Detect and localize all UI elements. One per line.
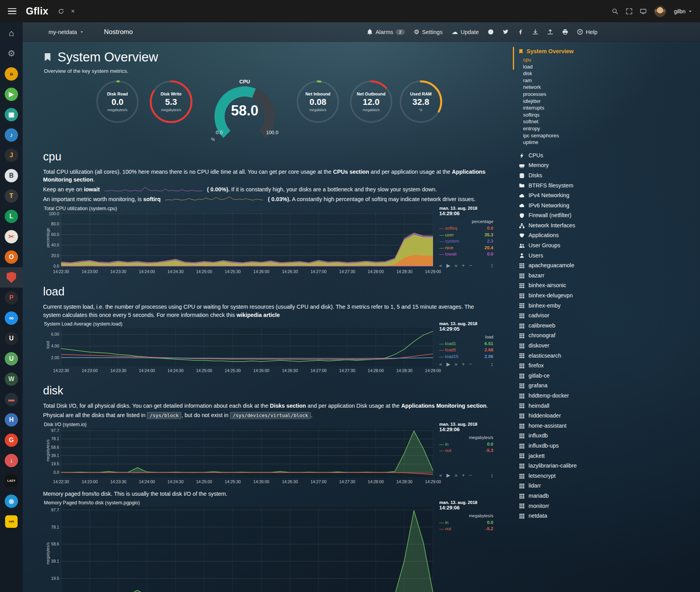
toc-app-diskover[interactable]: diskover — [518, 341, 691, 351]
legend-out[interactable]: — out-5.3 — [439, 447, 493, 454]
sidebar-app-ombi[interactable]: O — [0, 247, 23, 267]
pan-right-button[interactable]: » — [455, 361, 457, 367]
help-button[interactable]: ? Help — [577, 29, 597, 35]
pan-left-button[interactable]: « — [439, 361, 442, 367]
legend-system[interactable]: — system2.3 — [439, 238, 493, 245]
sidebar-app-netdata[interactable] — [0, 267, 23, 288]
menu-button[interactable] — [8, 8, 16, 14]
twitter-button[interactable] — [503, 29, 509, 35]
toc-app-netdata[interactable]: netdata — [518, 511, 691, 521]
gauge-disk-write[interactable]: Disk Write5.3megabytes/s — [146, 79, 196, 125]
toc-app-jackett[interactable]: jackett — [518, 451, 691, 461]
sidebar-app-jackett[interactable]: J — [0, 145, 23, 166]
toc-section-applications[interactable]: Applications — [518, 230, 691, 241]
gauge-net-outbound[interactable]: Net Outbound12.0megabits/s — [346, 79, 396, 125]
zoom-in-button[interactable]: + — [462, 472, 465, 478]
legend-nice[interactable]: — nice20.4 — [439, 245, 493, 251]
toc-subitem-interrupts[interactable]: interrupts — [518, 104, 691, 112]
toc-section-btrfs-filesystem[interactable]: BTRFS filesystem — [518, 181, 691, 191]
sidebar-app-airsonic[interactable]: ♪ — [0, 125, 23, 145]
pgpgio-plot-area[interactable]: 0.019.539.158.678.197.714:22:3014:23:001… — [43, 507, 435, 592]
sidebar-app-docker-apps[interactable]: ▦ — [0, 104, 23, 125]
toc-subitem-ram[interactable]: ram — [518, 77, 691, 84]
resize-handle[interactable]: ↕ — [491, 361, 493, 367]
toc-app-chronograf[interactable]: chronograf — [518, 331, 691, 341]
gauge-cpu[interactable]: CPU58.00.0100.0% — [200, 79, 290, 144]
sidebar-app-resilio-sync[interactable]: ∞ — [0, 308, 23, 328]
zoom-in-button[interactable]: + — [462, 361, 465, 367]
legend-load1[interactable]: — load16.51 — [439, 340, 493, 347]
toc-subitem-softnet[interactable]: softnet — [518, 118, 691, 125]
toc-app-grafana[interactable]: grafana — [518, 381, 691, 391]
export-button[interactable] — [547, 29, 553, 35]
zoom-out-button[interactable]: − — [469, 472, 472, 478]
user-menu[interactable]: gilbn — [674, 8, 692, 14]
legend-user[interactable]: — user35.3 — [439, 232, 493, 238]
toc-app-calibreweb[interactable]: calibreweb — [518, 321, 691, 331]
toc-section-disks[interactable]: Disks — [518, 171, 691, 181]
toc-section-firewall-netfilter-[interactable]: Firewall (netfilter) — [518, 211, 691, 221]
sidebar-app-unraid[interactable]: U — [0, 328, 23, 349]
toc-subitem-network[interactable]: network — [518, 84, 691, 91]
zoom-out-button[interactable]: − — [469, 361, 472, 367]
toc-section-cpus[interactable]: CPUs — [518, 151, 691, 161]
gauge-used-ram[interactable]: Used RAM32.8% — [396, 79, 446, 125]
toc-section-network-interfaces[interactable]: Network Interfaces — [518, 221, 691, 231]
sidebar-app-bazarr[interactable]: B — [0, 166, 23, 186]
toc-app-binhex-delugevpn[interactable]: binhex-delugevpn — [518, 291, 691, 301]
toc-subitem-idlejitter[interactable]: idlejitter — [518, 98, 691, 105]
zoom-out-button[interactable]: − — [469, 263, 472, 268]
toc-subitem-softirqs[interactable]: softirqs — [518, 112, 691, 119]
toc-section-memory[interactable]: Memory — [518, 160, 691, 171]
toc-app-heimdall[interactable]: heimdall — [518, 401, 691, 411]
toc-app-binhex-airsonic[interactable]: binhex-airsonic — [518, 281, 691, 291]
toc-app-influxdb[interactable]: influxdb — [518, 431, 691, 441]
toc-app-home-assistant[interactable]: home-assistant — [518, 421, 691, 431]
toc-section-ipv6-networking[interactable]: IPv6 Networking — [518, 201, 691, 211]
zoom-in-button[interactable]: + — [462, 263, 465, 268]
disk-chart[interactable]: Disk I/O (system.io)megabytes/s0.019.539… — [43, 422, 493, 486]
toc-app-cadvisor[interactable]: cadvisor — [518, 311, 691, 321]
sidebar-app-lazylibrarian[interactable]: LAZY — [0, 471, 23, 491]
hostname[interactable]: Nostromo — [104, 28, 133, 36]
search-icon[interactable] — [612, 8, 618, 14]
play-button[interactable]: ▶ — [446, 361, 450, 367]
sidebar-app-ubooquity[interactable]: U — [0, 349, 23, 369]
sidebar-app-webtools[interactable]: W — [0, 369, 23, 389]
monitor-icon[interactable] — [640, 8, 646, 14]
load-plot-area[interactable]: 2.004.006.0014:22:3014:23:0014:23:3014:2… — [43, 328, 435, 375]
pan-right-button[interactable]: » — [455, 472, 457, 478]
toc-section-user-groups[interactable]: User Groups — [518, 241, 691, 251]
toc-subitem-cpu[interactable]: cpu — [518, 56, 691, 63]
settings-button[interactable]: ⚙ Settings — [414, 29, 443, 35]
legend-load5[interactable]: — load52.68 — [439, 347, 493, 353]
toc-section-system-overview[interactable]: System Overview — [518, 48, 691, 54]
sidebar-app-download-app[interactable]: ↓ — [0, 450, 23, 471]
toc-subitem-load[interactable]: load — [518, 63, 691, 70]
import-button[interactable] — [532, 29, 538, 35]
sidebar-app-sabnzbd[interactable]: sab — [0, 511, 23, 532]
update-button[interactable]: ☁ Update — [451, 29, 479, 35]
fullscreen-icon[interactable] — [626, 8, 632, 14]
legend-softirq[interactable]: — softirq0.0 — [439, 225, 493, 232]
toc-app-elasticsearch[interactable]: elasticsearch — [518, 351, 691, 361]
legend-in[interactable]: — in0.0 — [439, 441, 493, 448]
toc-subitem-uptime[interactable]: uptime — [518, 139, 691, 146]
toc-subitem-processes[interactable]: processes — [518, 91, 691, 98]
facebook-button[interactable] — [518, 29, 523, 35]
toc-app-mariadb[interactable]: mariadb — [518, 491, 691, 501]
toc-app-lazylibrarian-calibre[interactable]: lazylibrarian-calibre — [518, 461, 691, 471]
toc-subitem-entropy[interactable]: entropy — [518, 125, 691, 132]
refresh-icon[interactable] — [58, 8, 64, 14]
pan-right-button[interactable]: » — [455, 263, 457, 268]
toc-app-monitorr[interactable]: monitorr — [518, 501, 691, 511]
play-button[interactable]: ▶ — [446, 472, 450, 478]
resize-handle[interactable]: ↕ — [491, 262, 493, 268]
toc-subitem-ipc-semaphores[interactable]: ipc semaphores — [518, 132, 691, 139]
sidebar-app-deluge[interactable]: ◉ — [0, 491, 23, 511]
toc-subitem-disk[interactable]: disk — [518, 70, 691, 77]
legend-out[interactable]: — out-5.2 — [439, 525, 493, 532]
toc-app-firefox[interactable]: firefox — [518, 361, 691, 371]
sidebar-app-tautulli[interactable]: T — [0, 186, 23, 206]
avatar[interactable] — [654, 5, 666, 17]
